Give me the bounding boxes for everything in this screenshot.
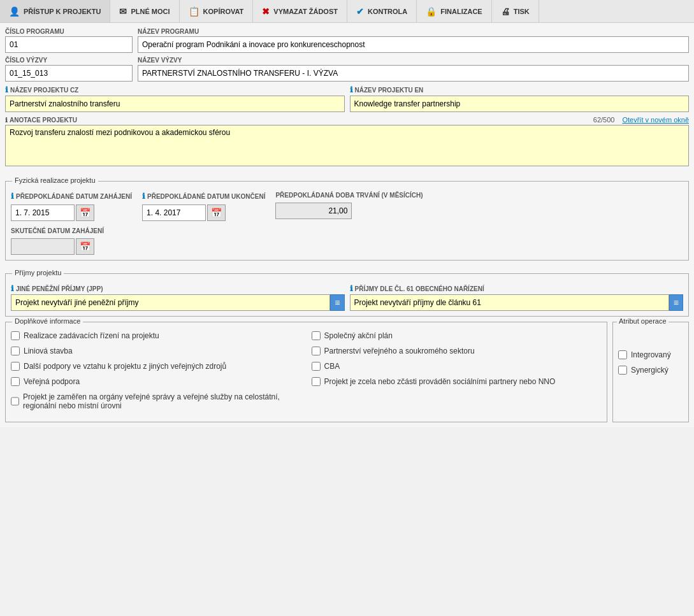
pred-zahajeni-calendar-button[interactable]: 📅 [76, 204, 94, 221]
skutecne-zahajeni-calendar-button[interactable]: 📅 [76, 238, 94, 255]
verejna-podpora-label: Veřejná podpora [24, 377, 80, 386]
nazev-programu-label: NÁZEV PROGRAMU [138, 28, 689, 35]
partnerstvo-label: Partnerství veřejného a soukromého sekto… [324, 347, 475, 355]
socialni-checkbox[interactable] [312, 377, 321, 386]
prijmy-61-label: ℹ PŘÍJMY DLE ČL. 61 OBECNÉHO NAŘÍZENÍ [350, 284, 684, 293]
cislo-vyzvy-group: ČÍSLO VÝZVY [5, 57, 133, 82]
toolbar: 👤 PŘÍSTUP K PROJEKTU ✉ PLNÉ MOCI 📋 KOPÍR… [0, 0, 694, 23]
nazev-projektu-cz-input[interactable] [5, 96, 345, 112]
nazev-projektu-en-label: ℹ NÁZEV PROJEKTU EN [350, 85, 690, 94]
cislo-vyzvy-input[interactable] [5, 65, 133, 82]
plne-moci-label: PLNÉ MOCI [131, 8, 170, 15]
doba-trvani-input[interactable] [275, 203, 352, 219]
pristup-k-projektu-button[interactable]: 👤 PŘÍSTUP K PROJEKTU [0, 0, 110, 22]
pred-zahajeni-input[interactable] [11, 204, 75, 221]
kopirovat-label: KOPÍROVAT [203, 8, 244, 15]
pred-ukonceni-field: 📅 [142, 204, 265, 221]
nazev-programu-group: NÁZEV PROGRAMU [138, 28, 689, 53]
skutecne-zahajeni-input[interactable] [11, 238, 75, 255]
tisk-button[interactable]: 🖨 TISK [492, 0, 539, 22]
checkbox-zadavaci: Realizace zadávacích řízení na projektu [11, 331, 301, 340]
nazev-vyzvy-group: NÁZEV VÝZVY [138, 57, 689, 82]
cislo-programu-label: ČÍSLO PROGRAMU [5, 28, 133, 35]
nazev-vyzvy-input[interactable] [138, 65, 689, 82]
zadavaci-label: Realizace zadávacích řízení na projektu [24, 331, 159, 340]
jine-prijmy-input[interactable] [11, 294, 330, 311]
integrovany-checkbox[interactable] [618, 350, 627, 359]
copy-icon: 📋 [189, 6, 199, 17]
nazev-projektu-cz-group: ℹ NÁZEV PROJEKTU CZ [5, 85, 345, 112]
prijmy-61-group: ℹ PŘÍJMY DLE ČL. 61 OBECNÉHO NAŘÍZENÍ ≡ [350, 284, 684, 311]
doplnkove-col-left: Realizace zadávacích řízení na projektu … [11, 331, 301, 417]
finalizace-button[interactable]: 🔒 FINALIZACE [417, 0, 491, 22]
fyzicka-realizace-title: Fyzická realizace projektu [12, 176, 98, 184]
zadavaci-checkbox[interactable] [11, 331, 20, 340]
liniova-checkbox[interactable] [11, 347, 20, 355]
jine-prijmy-label: ℹ JINÉ PENĚŽNÍ PŘÍJMY (JPP) [11, 284, 345, 293]
cislo-programu-input[interactable] [5, 36, 133, 53]
partnerstvo-checkbox[interactable] [312, 347, 321, 355]
cislo-programu-group: ČÍSLO PROGRAMU [5, 28, 133, 53]
delete-icon: ✖ [262, 6, 270, 17]
prijmy-61-input[interactable] [350, 294, 669, 311]
info-icon-61: ℹ [350, 284, 353, 293]
pred-ukonceni-calendar-button[interactable]: 📅 [207, 204, 226, 221]
prijmy-row: ℹ JINÉ PENĚŽNÍ PŘÍJMY (JPP) ≡ ℹ PŘÍJMY D… [11, 284, 683, 311]
checkbox-socialni: Projekt je zcela nebo zčásti prováděn so… [312, 377, 602, 386]
nazev-projektu-cz-label: ℹ NÁZEV PROJEKTU CZ [5, 85, 345, 94]
finalizace-label: FINALIZACE [440, 8, 482, 15]
skutecne-zahajeni-field: 📅 [11, 238, 104, 255]
kontrola-button[interactable]: ✔ KONTROLA [347, 0, 417, 22]
checkbox-integrovany: Integrovaný [618, 350, 683, 359]
lock-icon: 🔒 [426, 6, 437, 17]
kontrola-label: KONTROLA [368, 8, 407, 15]
integrovany-label: Integrovaný [631, 350, 671, 359]
spolecny-akcni-checkbox[interactable] [312, 331, 321, 340]
kopirovat-button[interactable]: 📋 KOPÍROVAT [180, 0, 254, 22]
nazev-projektu-en-group: ℹ NÁZEV PROJEKTU EN [350, 85, 690, 112]
info-icon-en: ℹ [350, 85, 353, 94]
organy-label: Projekt je zaměřen na orgány veřejné spr… [23, 392, 301, 410]
doba-trvani-label: PŘEDPOKLÁDANÁ DOBA TRVÁNÍ (V MĚSÍCÍCH) [275, 192, 423, 199]
anotace-header: ℹ ANOTACE PROJEKTU 62/500 Otevřít v nové… [5, 116, 689, 124]
pred-zahajeni-field: 📅 [11, 204, 132, 221]
checkbox-dalsi-podpory: Další podpory ve vztahu k projektu z jin… [11, 362, 301, 371]
nazev-projektu-en-input[interactable] [350, 96, 690, 112]
main-content: ČÍSLO PROGRAMU NÁZEV PROGRAMU ČÍSLO VÝZV… [0, 23, 694, 427]
dalsi-podpory-checkbox[interactable] [11, 362, 20, 371]
fyzicka-realizace-section: Fyzická realizace projektu ℹ PŘEDPOKLÁDA… [5, 181, 689, 261]
doplnkove-checkboxes: Realizace zadávacích řízení na projektu … [11, 331, 602, 417]
dalsi-podpory-label: Další podpory ve vztahu k projektu z jin… [24, 362, 226, 371]
program-row: ČÍSLO PROGRAMU NÁZEV PROGRAMU [5, 28, 689, 53]
checkbox-verejna-podpora: Veřejná podpora [11, 377, 301, 386]
nazev-programu-input[interactable] [138, 36, 689, 53]
synergicky-checkbox[interactable] [618, 366, 627, 375]
info-icon-zahajeni: ℹ [11, 192, 14, 201]
anotace-textarea[interactable] [5, 125, 689, 166]
fyzicka-dates-row: ℹ PŘEDPOKLÁDANÉ DATUM ZAHÁJENÍ 📅 ℹ PŘEDP… [11, 192, 683, 221]
pristup-label: PŘÍSTUP K PROJEKTU [24, 8, 101, 15]
checkbox-liniova: Liniová stavba [11, 347, 301, 355]
checkbox-cba: CBA [312, 362, 602, 371]
vymazat-zadost-button[interactable]: ✖ VYMAZAT ŽÁDOST [253, 0, 347, 22]
cba-checkbox[interactable] [312, 362, 321, 371]
prijmy-61-list-button[interactable]: ≡ [669, 294, 683, 311]
verejna-podpora-checkbox[interactable] [11, 377, 20, 386]
anotace-char-count: 62/500 [593, 116, 615, 124]
user-icon: 👤 [9, 6, 20, 17]
organy-checkbox[interactable] [11, 397, 19, 406]
checkbox-organy: Projekt je zaměřen na orgány veřejné spr… [11, 392, 301, 410]
pred-ukonceni-input[interactable] [142, 204, 206, 221]
atribut-operace-section: Atribut operace Integrovaný Synergický [612, 322, 689, 422]
liniova-label: Liniová stavba [24, 347, 73, 355]
anotace-open-link[interactable]: Otevřít v novém okně [622, 116, 689, 124]
cislo-vyzvy-label: ČÍSLO VÝZVY [5, 57, 133, 64]
jine-prijmy-list-button[interactable]: ≡ [330, 294, 344, 311]
nazev-vyzvy-label: NÁZEV VÝZVY [138, 57, 689, 64]
pred-zahajeni-label: ℹ PŘEDPOKLÁDANÉ DATUM ZAHÁJENÍ [11, 192, 132, 201]
info-icon-cz: ℹ [5, 85, 8, 94]
pred-ukonceni-label: ℹ PŘEDPOKLÁDANÉ DATUM UKONČENÍ [142, 192, 265, 201]
atribut-title: Atribut operace [617, 317, 669, 325]
plne-moci-button[interactable]: ✉ PLNÉ MOCI [110, 0, 179, 22]
prijmy-section: Příjmy projektu ℹ JINÉ PENĚŽNÍ PŘÍJMY (J… [5, 273, 689, 317]
